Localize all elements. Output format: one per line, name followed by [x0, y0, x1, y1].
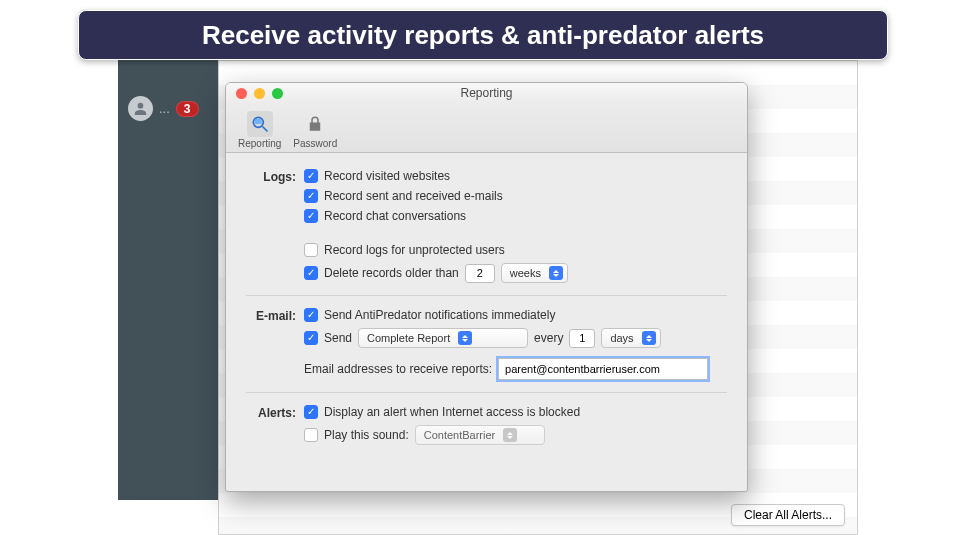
- stepper-icon: [458, 331, 472, 345]
- tab-password-label: Password: [293, 138, 337, 149]
- toolbar: Reporting Password: [226, 103, 747, 153]
- titlebar: Reporting: [226, 83, 747, 103]
- tab-reporting[interactable]: Reporting: [238, 111, 281, 149]
- reporting-icon: [247, 111, 273, 137]
- send-label: Send: [324, 331, 352, 345]
- antipredator-label: Send AntiPredator notifications immediat…: [324, 308, 555, 322]
- display-alert-label: Display an alert when Internet access is…: [324, 405, 580, 419]
- every-unit-select[interactable]: days: [601, 328, 660, 348]
- record-chat-row[interactable]: Record chat conversations: [304, 209, 727, 223]
- every-unit-value: days: [610, 332, 633, 344]
- stepper-icon: [503, 428, 517, 442]
- reporting-preferences-window: Reporting Reporting Password Logs: Recor…: [225, 82, 748, 492]
- report-type-value: Complete Report: [367, 332, 450, 344]
- user-sidebar: ... 3: [118, 60, 218, 500]
- play-sound-row: Play this sound: ContentBarrier: [304, 425, 727, 445]
- checkbox-on-icon[interactable]: [304, 266, 318, 280]
- email-addr-label: Email addresses to receive reports:: [304, 362, 492, 376]
- delete-older-row: Delete records older than weeks: [304, 263, 727, 283]
- checkbox-off-icon[interactable]: [304, 243, 318, 257]
- report-type-select[interactable]: Complete Report: [358, 328, 528, 348]
- display-alert-row[interactable]: Display an alert when Internet access is…: [304, 405, 727, 419]
- user-ellipsis: ...: [159, 101, 170, 116]
- headline-banner: Receive activity reports & anti-predator…: [78, 10, 888, 60]
- section-label-email: E-mail:: [246, 308, 304, 323]
- record-websites-row[interactable]: Record visited websites: [304, 169, 727, 183]
- section-label-alerts: Alerts:: [246, 405, 304, 420]
- checkbox-on-icon[interactable]: [304, 405, 318, 419]
- avatar-icon: [128, 96, 153, 121]
- checkbox-on-icon[interactable]: [304, 189, 318, 203]
- alert-badge: 3: [176, 101, 199, 117]
- checkbox-off-icon[interactable]: [304, 428, 318, 442]
- sound-value: ContentBarrier: [424, 429, 496, 441]
- checkbox-on-icon[interactable]: [304, 169, 318, 183]
- delete-unit-select[interactable]: weeks: [501, 263, 568, 283]
- tab-reporting-label: Reporting: [238, 138, 281, 149]
- sidebar-user-row[interactable]: ... 3: [118, 88, 218, 129]
- email-addresses-input[interactable]: [498, 358, 708, 380]
- section-label-logs: Logs:: [246, 169, 304, 184]
- delete-older-label: Delete records older than: [324, 266, 459, 280]
- record-websites-label: Record visited websites: [324, 169, 450, 183]
- delete-unit-value: weeks: [510, 267, 541, 279]
- checkbox-on-icon[interactable]: [304, 308, 318, 322]
- record-chat-label: Record chat conversations: [324, 209, 466, 223]
- svg-rect-2: [255, 119, 262, 124]
- stepper-icon: [642, 331, 656, 345]
- record-emails-label: Record sent and received e-mails: [324, 189, 503, 203]
- window-title: Reporting: [226, 86, 747, 100]
- record-unprotected-label: Record logs for unprotected users: [324, 243, 505, 257]
- record-unprotected-row[interactable]: Record logs for unprotected users: [304, 243, 727, 257]
- every-label: every: [534, 331, 563, 345]
- checkbox-on-icon[interactable]: [304, 209, 318, 223]
- email-addr-row: Email addresses to receive reports:: [304, 358, 727, 380]
- sound-select[interactable]: ContentBarrier: [415, 425, 545, 445]
- antipredator-row[interactable]: Send AntiPredator notifications immediat…: [304, 308, 727, 322]
- record-emails-row[interactable]: Record sent and received e-mails: [304, 189, 727, 203]
- checkbox-on-icon[interactable]: [304, 331, 318, 345]
- stepper-icon: [549, 266, 563, 280]
- tab-password[interactable]: Password: [293, 111, 337, 149]
- every-value-input[interactable]: [569, 329, 595, 348]
- clear-all-alerts-button[interactable]: Clear All Alerts...: [731, 504, 845, 526]
- svg-line-1: [262, 127, 267, 132]
- lock-icon: [302, 111, 328, 137]
- play-sound-label: Play this sound:: [324, 428, 409, 442]
- delete-value-input[interactable]: [465, 264, 495, 283]
- send-report-row: Send Complete Report every days: [304, 328, 727, 348]
